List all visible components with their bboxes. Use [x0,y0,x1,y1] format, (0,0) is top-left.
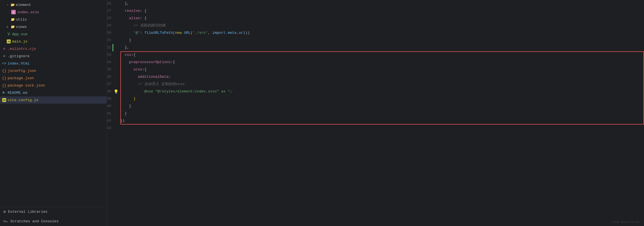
sidebar-item-label: .gitignore [8,54,30,58]
sidebar-item-label: element [16,3,31,7]
sidebar-item-utils[interactable]: 📁 utils [0,16,107,23]
vue-icon: V [7,32,11,36]
code-line-41: } [120,110,644,117]
library-icon: ⊞ [3,209,6,214]
json-icon: {} [2,69,6,73]
code-line-27: resolve: { [120,7,644,15]
line-num-29: 29 [107,22,112,29]
code-line-28: alias: { [120,15,644,22]
sidebar-item-label: utils [16,17,27,22]
line-num-36: 36 [107,73,112,81]
js-icon: JS [2,98,6,102]
js-icon: JS [7,39,11,43]
sidebar-item-jsconfig[interactable]: {} jsconfig.json [0,67,107,74]
line-num-31: 31 [107,37,112,44]
sidebar-item-label: main.js [12,39,28,44]
external-libraries-label: External Libraries [8,210,47,214]
gitignore-icon: ⊘ [2,54,6,58]
line-numbers-column: 26 27 28 29 30 31 32 33 34 35 36 37 38 3… [107,0,112,226]
sidebar-item-eslintrc[interactable]: ⊙ .eslintrc.cjs [0,45,107,52]
editor-area: 26 27 28 29 30 31 32 33 34 35 36 37 38 3… [107,0,644,226]
sidebar-item-index-scss[interactable]: S index.scss [0,8,107,16]
chevron-down-icon: ▾ [7,3,10,6]
sidebar-item-views[interactable]: ▶ 📁 views [0,23,107,30]
watermark: CSDN @waterkid0 [612,220,640,224]
sidebar-item-package-lock[interactable]: {} package-lock.json [0,82,107,89]
file-tree: ▾ 📂 element S index.scss 📁 utils [0,1,107,104]
chevron-right-icon: ▶ [7,25,10,28]
sidebar-item-label: index.scss [17,10,39,14]
sidebar-item-label: App.vue [12,32,28,36]
code-line-33: css:{ [120,51,644,59]
sidebar-item-label: README.md [8,91,27,95]
code-line-35: scss:{ [120,66,644,73]
sidebar-item-app-vue[interactable]: V App.vue [0,30,107,38]
sidebar-item-external-libraries[interactable]: ⊞ External Libraries [0,207,107,216]
line-num-34: 34 [107,59,112,66]
sidebar-item-label: package.json [8,76,34,80]
line-num-33: 33 [107,51,112,59]
sidebar-item-label: index.html [8,61,30,66]
json-icon: {} [2,76,6,80]
sidebar-item-label: views [16,25,27,29]
code-line-43 [120,125,644,132]
line-num-26: 26 [107,0,112,7]
line-num-39: 39 [107,95,112,103]
sidebar-item-vite-config[interactable]: JS vite.config.js [0,96,107,104]
code-line-37: // 自动导入 定制好的scss [120,81,644,88]
sidebar-item-label: jsconfig.json [8,69,36,73]
sidebar-item-scratches[interactable]: ≡✏ Scratches and Consoles [0,216,107,226]
sidebar-footer: ⊞ External Libraries ≡✏ Scratches and Co… [0,207,107,226]
line-num-30: 30 [107,29,112,37]
folder-icon: 📂 [11,3,15,7]
file-tree-container: ▾ 📂 element S index.scss 📁 utils [0,0,107,207]
sidebar-item-gitignore[interactable]: ⊘ .gitignore [0,52,107,60]
scratches-label: Scratches and Consoles [10,219,59,223]
sidebar-item-label: .eslintrc.cjs [8,47,36,51]
code-line-38: `@use "@/styles/element/index.scss" as *… [120,88,644,95]
sidebar-item-main-js[interactable]: JS main.js [0,38,107,45]
line-num-42: 42 [107,117,112,125]
md-icon: M↓ [2,91,6,95]
folder-icon: 📁 [11,25,15,29]
sidebar: ▾ 📂 element S index.scss 📁 utils [0,0,107,226]
code-line-29: // 实际的路径转换 [120,22,644,29]
line-num-40: 40 [107,103,112,110]
folder-icon: 📁 [11,17,15,21]
scratches-icon: ≡✏ [3,219,8,224]
code-line-40: } [120,103,644,110]
line-num-41: 41 [107,110,112,117]
code-line-31: } [120,37,644,44]
bulb-icon: 💡 [114,88,118,95]
line-num-35: 35 [107,66,112,73]
code-line-30: '@': fileURLToPath(new URL('./src', impo… [120,29,644,37]
green-accent-bar [112,44,113,51]
json-lock-icon: {} [2,83,6,87]
code-lines-wrapper: ], resolve: { alias: { // 实际的路径转换 '@': f… [120,0,644,226]
sidebar-item-label: package-lock.json [8,83,45,88]
code-line-42: }) [120,117,644,125]
line-num-27: 27 [107,7,112,15]
line-num-37: 37 [107,81,112,88]
sidebar-item-readme[interactable]: M↓ README.md [0,89,107,96]
code-line-34: preprocessorOptions:{ [120,59,644,66]
line-num-28: 28 [107,15,112,22]
code-line-39: } [120,95,644,103]
sidebar-item-index-html[interactable]: <> index.html [0,60,107,67]
code-line-32: }, [120,44,644,51]
scss-icon: S [11,10,16,14]
line-num-32: 32 [107,44,112,51]
gutter-column: 💡 [112,0,120,226]
sidebar-item-package-json[interactable]: {} package.json [0,74,107,82]
eslint-icon: ⊙ [2,47,6,51]
code-line-26: ], [120,0,644,7]
sidebar-item-element[interactable]: ▾ 📂 element [0,1,107,8]
line-num-43: 43 [107,125,112,132]
code-line-36: additionalData: [120,73,644,81]
html-icon: <> [2,61,6,65]
sidebar-item-label: vite.config.js [8,98,38,102]
line-num-38: 38 [107,88,112,95]
code-container[interactable]: 26 27 28 29 30 31 32 33 34 35 36 37 38 3… [107,0,644,226]
